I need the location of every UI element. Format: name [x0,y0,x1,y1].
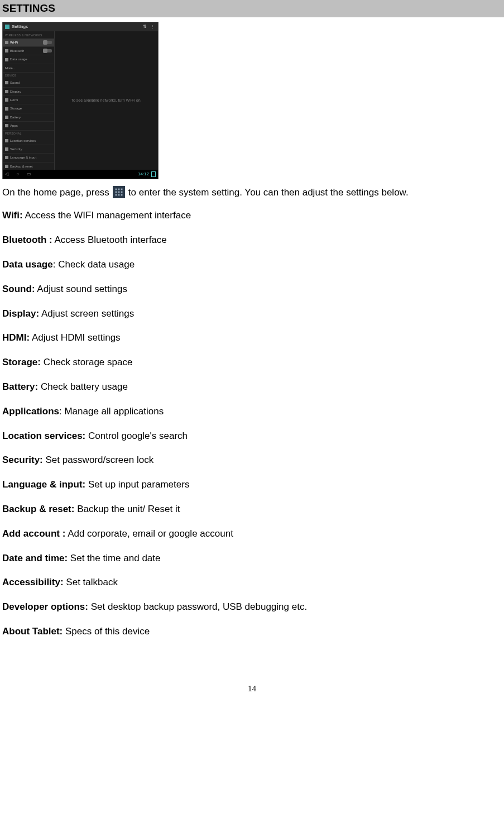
sidebar-item-apps: Apps [3,122,54,130]
intro-text: On the home page, press to enter the sys… [2,186,502,199]
screenshot-status-icons: ⇅ ⋮ [143,23,156,30]
screenshot-sidebar: WIRELESS & NETWORKS Wi-Fi Bluetooth Data… [3,31,55,170]
sidebar-item-hdmi: Hdmi [3,96,54,104]
def-wifi: Wifi: Access the WIFI management interfa… [2,209,502,222]
sidebar-category: DEVICE [3,73,54,79]
screenshot-statusbar: Settings ⇅ ⋮ [3,22,158,31]
def-addaccount: Add account : Add corporate, email or go… [2,527,502,541]
def-applications: Applications: Manage all applications [2,405,502,418]
svg-rect-2 [118,189,119,190]
def-display: Display: Adjust screen settings [2,307,502,321]
svg-rect-3 [121,189,123,190]
sidebar-item-sound: Sound [3,79,54,87]
def-language: Language & input: Set up input parameter… [2,478,502,491]
screenshot-clock: 14:12 [138,171,149,177]
svg-rect-8 [118,194,119,196]
settings-app-icon [5,25,9,29]
sidebar-category: WIRELESS & NETWORKS [3,32,54,39]
sidebar-item-language: Language & input [3,154,54,162]
def-about: About Tablet: Specs of this device [2,625,502,638]
def-datetime: Date and time: Set the time and date [2,552,502,565]
sidebar-item-storage: Storage [3,104,54,113]
screenshot-app-title: Settings [12,23,28,30]
def-sound: Sound: Adjust sound settings [2,283,502,296]
sidebar-item-display: Display [3,88,54,96]
screenshot-battery-icon [151,171,156,177]
def-location: Location services: Control google's sear… [2,429,502,443]
def-datausage: Data usage: Check data usage [2,258,502,271]
intro-before: On the home page, press [2,186,109,199]
intro-after: to enter the system setting. You can the… [128,186,409,199]
nav-icons: ◁ ○ ▭ [5,171,35,177]
def-accessibility: Accessibility: Set talkback [2,576,502,589]
def-backup: Backup & reset: Backup the unit/ Reset i… [2,503,502,516]
sidebar-item-bluetooth: Bluetooth [3,47,54,55]
sidebar-item-battery: Battery [3,113,54,122]
svg-rect-7 [115,194,117,196]
sidebar-item-datausage: Data usage [3,55,54,64]
def-hdmi: HDMI: Adjust HDMI settings [2,331,502,345]
sidebar-category: PERSONAL [3,131,54,137]
def-developer: Developer options: Set desktop backup pa… [2,600,502,614]
sidebar-item-location: Location services [3,137,54,145]
svg-rect-5 [118,192,119,193]
svg-rect-6 [121,192,123,193]
section-header: SETTINGS [0,0,504,17]
page-number: 14 [0,683,504,695]
settings-icon [113,186,125,198]
svg-rect-1 [115,189,117,190]
sidebar-item-more: More... [3,64,54,73]
def-storage: Storage: Check storage space [2,356,502,369]
settings-screenshot: Settings ⇅ ⋮ WIRELESS & NETWORKS Wi-Fi B… [2,22,159,179]
def-security: Security: Set password/screen lock [2,453,502,467]
def-battery: Battery: Check battery usage [2,380,502,394]
sidebar-item-security: Security [3,145,54,154]
svg-rect-4 [115,192,117,193]
sidebar-item-wifi: Wi-Fi [3,39,54,47]
screenshot-main-pane: To see available networks, turn Wi-Fi on… [55,31,158,170]
def-bluetooth: Bluetooth : Access Bluetooth interface [2,233,502,247]
screenshot-navbar: ◁ ○ ▭ 14:12 [3,170,158,179]
svg-rect-9 [121,194,123,196]
